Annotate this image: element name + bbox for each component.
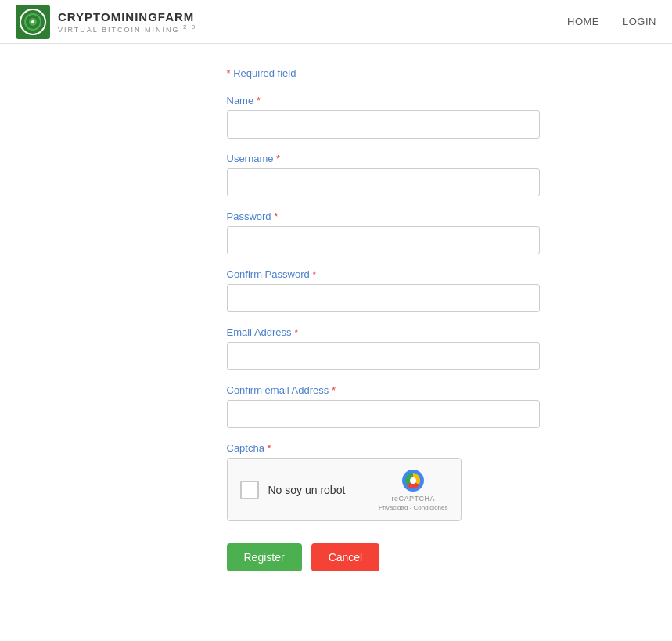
nav-home[interactable]: HOME bbox=[567, 16, 599, 27]
name-field-group: Name * bbox=[227, 95, 540, 139]
email-field-group: Email Address * bbox=[227, 326, 540, 370]
svg-point-5 bbox=[410, 477, 416, 484]
password-input[interactable] bbox=[227, 226, 540, 254]
email-input[interactable] bbox=[227, 342, 540, 370]
captcha-right: reCAPTCHA Privacidad - Condiciones bbox=[379, 468, 448, 511]
password-label: Password * bbox=[227, 211, 540, 222]
cancel-button[interactable]: Cancel bbox=[311, 543, 380, 571]
captcha-left: No soy un robot bbox=[240, 481, 346, 499]
confirm-email-input[interactable] bbox=[227, 400, 540, 428]
confirm-password-input[interactable] bbox=[227, 284, 540, 312]
confirm-password-field-group: Confirm Password * bbox=[227, 268, 540, 312]
name-input[interactable] bbox=[227, 110, 540, 139]
captcha-field-group: Captcha * No soy un robot reCA bbox=[227, 442, 540, 521]
confirm-email-label: Confirm email Address * bbox=[227, 384, 540, 396]
register-button[interactable]: Register bbox=[227, 543, 302, 571]
nav-login[interactable]: LOGIN bbox=[623, 16, 656, 27]
main-content: * Required field Name * Username * Passw… bbox=[0, 44, 672, 595]
header: CRYPTOMININGFARM VIRTUAL BITCOIN MINING … bbox=[0, 0, 672, 44]
logo-area: CRYPTOMININGFARM VIRTUAL BITCOIN MINING … bbox=[16, 5, 196, 39]
username-input[interactable] bbox=[227, 168, 540, 196]
username-field-group: Username * bbox=[227, 153, 540, 196]
recaptcha-label: reCAPTCHA bbox=[391, 495, 435, 502]
username-label: Username * bbox=[227, 153, 540, 164]
required-field-notice: * Required field bbox=[227, 67, 540, 79]
button-row: Register Cancel bbox=[227, 543, 540, 571]
captcha-text: No soy un robot bbox=[268, 484, 346, 496]
svg-point-4 bbox=[31, 20, 34, 23]
confirm-email-field-group: Confirm email Address * bbox=[227, 384, 540, 428]
nav-links: HOME LOGIN bbox=[567, 16, 656, 27]
confirm-password-label: Confirm Password * bbox=[227, 268, 540, 280]
captcha-box: No soy un robot reCAPTCHA Privacidad - C… bbox=[227, 458, 462, 521]
captcha-label: Captcha * bbox=[227, 442, 540, 454]
logo-title: CRYPTOMININGFARM bbox=[58, 10, 196, 23]
logo-text: CRYPTOMININGFARM VIRTUAL BITCOIN MINING … bbox=[58, 10, 196, 34]
name-label: Name * bbox=[227, 95, 540, 106]
password-field-group: Password * bbox=[227, 211, 540, 254]
captcha-checkbox[interactable] bbox=[240, 481, 259, 499]
recaptcha-links: Privacidad - Condiciones bbox=[379, 504, 448, 511]
logo-icon bbox=[16, 5, 50, 39]
recaptcha-icon bbox=[401, 468, 426, 493]
form-container: * Required field Name * Username * Passw… bbox=[227, 67, 540, 571]
email-label: Email Address * bbox=[227, 326, 540, 338]
logo-subtitle: VIRTUAL BITCOIN MINING 2.0 bbox=[58, 23, 196, 34]
